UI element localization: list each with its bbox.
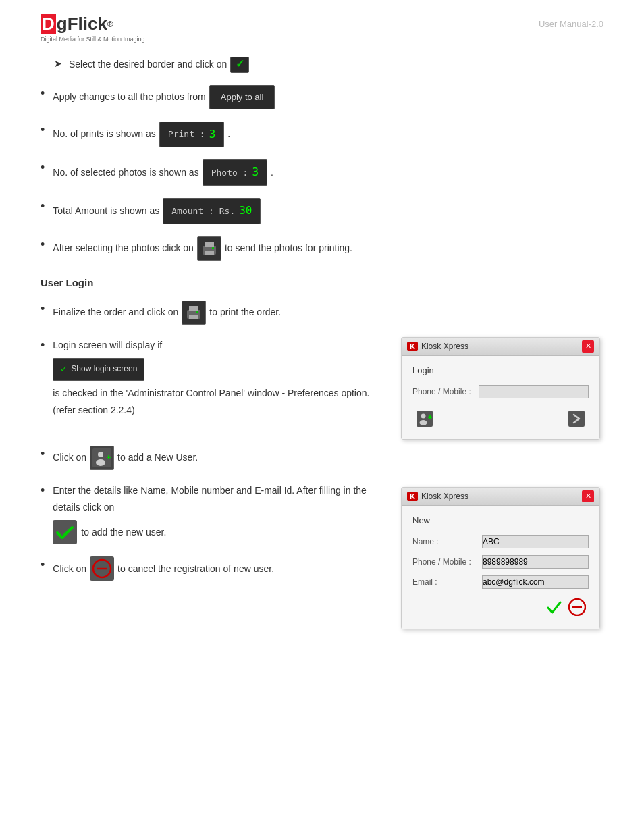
add-user-pre: Click on	[53, 449, 86, 466]
prints-label: No. of prints is shown as	[53, 126, 156, 142]
cancel-registration-icon[interactable]	[90, 556, 114, 581]
enter-details-text: Enter the details like Name, Mobile numb…	[53, 482, 381, 544]
send-photos-post: to send the photos for printing.	[225, 240, 352, 257]
prints-text: No. of prints is shown as Print : 3 .	[53, 122, 230, 148]
kiosk-new-body: New Name : Phone / Mobile : Email :	[402, 506, 599, 629]
user-login-title: User Login	[41, 277, 603, 288]
print-value: 3	[209, 125, 216, 145]
bullet-apply-all: • Apply changes to all the photos from A…	[41, 85, 603, 109]
amount-text: Total Amount is shown as Amount : Rs. 30	[53, 198, 261, 224]
kiosk-login-title-text: Kiosk Xpress	[421, 342, 468, 351]
bullet-enter-details: • Enter the details like Name, Mobile nu…	[41, 482, 381, 544]
bullet-dot-8: •	[41, 446, 45, 463]
svg-rect-5	[189, 306, 198, 311]
kiosk-new-phone-label: Phone / Mobile :	[412, 557, 477, 567]
apply-all-text: Apply changes to all the photos from App…	[53, 85, 275, 109]
kiosk-new-user-window: K Kiosk Xpress ✕ New Name : Phone / Mobi…	[401, 487, 600, 629]
kiosk-phone-input[interactable]	[479, 385, 589, 398]
cancel-reg-pre: Click on	[53, 561, 86, 577]
add-user-text: Click on	[53, 446, 198, 470]
photo-value: 3	[252, 163, 259, 182]
bullet-dot-1: •	[41, 85, 45, 102]
bullet-send-photos: • After selecting the photos click on to…	[41, 236, 603, 261]
bullet-dot-2: •	[41, 122, 45, 138]
select-border-label: Select the desired border and click on	[69, 56, 227, 73]
svg-point-19	[420, 420, 427, 425]
svg-point-18	[421, 413, 426, 418]
kiosk-login-title-left: K Kiosk Xpress	[407, 342, 468, 351]
bullet-cancel-registration: • Click on to cancel the registration	[41, 556, 381, 581]
select-border-text: Select the desired border and click on ✓	[69, 56, 249, 73]
svg-point-10	[96, 459, 105, 466]
cancel-reg-post: to cancel the registration of new user.	[117, 561, 274, 577]
photos-text: No. of selected photos is shown as Photo…	[53, 159, 273, 186]
login-screen-text: Login screen will display if ✓ Show logi…	[53, 337, 381, 419]
kiosk-phone-label: Phone / Mobile :	[412, 387, 473, 396]
bullet-amount: • Total Amount is shown as Amount : Rs. …	[41, 198, 603, 224]
svg-rect-3	[212, 247, 214, 249]
page: D g Flick ® Digital Media for Still & Mo…	[0, 0, 644, 656]
print-label: Print :	[168, 126, 205, 142]
arrow-item-select-border: ➤ Select the desired border and click on…	[41, 56, 603, 73]
kiosk-login-body: Login Phone / Mobile :	[402, 356, 599, 439]
bullet-dot-6: •	[41, 301, 45, 317]
kiosk-email-label: Email :	[412, 577, 477, 587]
photos-label: No. of selected photos is shown as	[53, 164, 198, 181]
show-login-checkbox-btn[interactable]: ✓ Show login screen	[53, 358, 144, 380]
bullet-dot-3: •	[41, 159, 45, 176]
kiosk-email-input[interactable]	[482, 575, 589, 589]
bullet-dot-4: •	[41, 198, 45, 215]
logo-registered: ®	[107, 20, 113, 29]
cancel-reg-text: Click on to cancel the registration of n…	[53, 556, 274, 581]
logo: D g Flick ® Digital Media for Still & Mo…	[41, 14, 145, 43]
kiosk-name-label: Name :	[412, 537, 477, 546]
enter-details-post: to add the new user.	[81, 524, 166, 541]
amount-value: 30	[239, 201, 252, 221]
apply-all-label: Apply changes to all the photos from	[53, 88, 205, 105]
send-photos-text: After selecting the photos click on to s…	[53, 236, 352, 261]
arrow-icon: ➤	[54, 56, 62, 71]
login-screen-pre: Login screen will display if	[53, 337, 162, 354]
svg-rect-6	[189, 315, 198, 319]
kiosk-new-title-text: Kiosk Xpress	[421, 492, 468, 501]
kiosk-name-input[interactable]	[482, 535, 589, 548]
bullet-prints: • No. of prints is shown as Print : 3 .	[41, 122, 603, 148]
printer-icon-1[interactable]	[197, 236, 221, 261]
apply-to-all-button[interactable]: Apply to all	[209, 85, 275, 109]
kiosk-new-section-title: New	[412, 515, 589, 525]
kiosk-login-section-title: Login	[412, 365, 589, 375]
kiosk-new-title-left: K Kiosk Xpress	[407, 492, 468, 501]
photo-label: Photo :	[211, 165, 248, 180]
confirm-add-button[interactable]	[53, 520, 77, 544]
bullet-dot-7: •	[41, 337, 45, 354]
kiosk-login-close-button[interactable]: ✕	[582, 340, 594, 353]
finalize-text: Finalize the order and click on to print…	[53, 301, 281, 325]
bullet-dot-9: •	[41, 482, 45, 499]
kiosk-windows: K Kiosk Xpress ✕ Login Phone / Mobile :	[401, 337, 603, 629]
send-photos-pre: After selecting the photos click on	[53, 240, 194, 257]
svg-rect-1	[205, 242, 214, 247]
printer-icon-2[interactable]	[182, 301, 206, 325]
kiosk-new-actions	[412, 598, 589, 618]
kiosk-k-logo: K	[407, 342, 418, 351]
amount-display: Amount : Rs. 30	[163, 198, 261, 224]
kiosk-cancel-icon[interactable]	[568, 598, 586, 618]
kiosk-add-icon[interactable]	[415, 409, 434, 428]
kiosk-new-close-button[interactable]: ✕	[582, 490, 594, 502]
kiosk-confirm-icon[interactable]	[545, 598, 563, 618]
kiosk-login-titlebar: K Kiosk Xpress ✕	[402, 338, 599, 356]
add-user-post: to add a New User.	[117, 449, 198, 466]
checkmark-button[interactable]: ✓	[230, 57, 249, 73]
logo-subtitle: Digital Media for Still & Motion Imaging	[41, 36, 145, 43]
login-screen-left: • Login screen will display if ✓ Show lo…	[41, 337, 381, 593]
finalize-post: to print the order.	[209, 304, 281, 321]
kiosk-email-field: Email :	[412, 575, 589, 589]
bullet-login-screen: • Login screen will display if ✓ Show lo…	[41, 337, 381, 419]
kiosk-new-phone-input[interactable]	[482, 555, 589, 569]
show-login-check: ✓	[60, 361, 68, 377]
svg-rect-22	[568, 411, 585, 427]
kiosk-next-arrow-icon[interactable]	[567, 409, 586, 428]
kiosk-new-phone-field: Phone / Mobile :	[412, 555, 589, 569]
add-user-icon[interactable]	[90, 446, 114, 470]
kiosk-login-actions	[412, 409, 589, 428]
